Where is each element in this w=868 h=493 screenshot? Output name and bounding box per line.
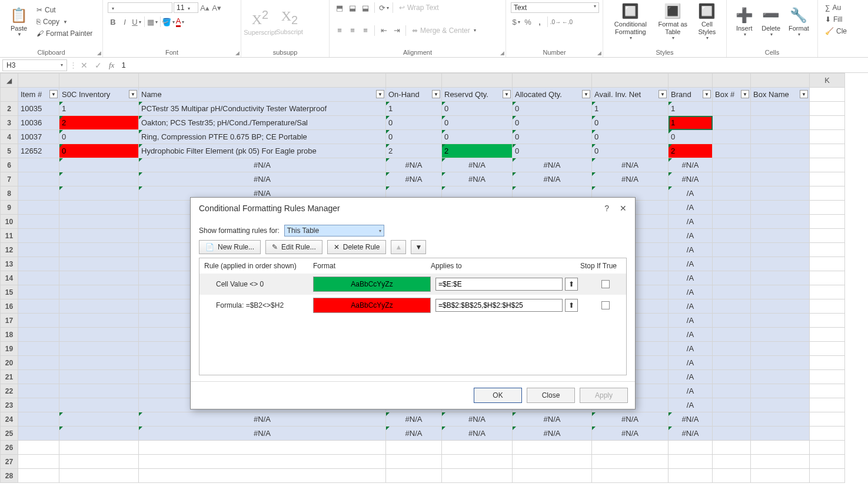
cell[interactable]: [18, 243, 59, 257]
cell[interactable]: 2: [59, 116, 139, 130]
accept-formula-icon[interactable]: ✓: [91, 61, 105, 70]
cell[interactable]: 0: [59, 130, 139, 144]
cell[interactable]: [751, 398, 810, 412]
row-header[interactable]: [1, 88, 18, 102]
cell[interactable]: 10036: [18, 116, 59, 130]
cell[interactable]: #N/A: [386, 158, 442, 172]
cell[interactable]: /A: [669, 314, 713, 328]
cell[interactable]: #N/A: [592, 427, 669, 441]
cell[interactable]: #N/A: [669, 172, 713, 186]
cell[interactable]: 0: [513, 130, 592, 144]
format-button[interactable]: 🔧Format▾: [785, 2, 813, 41]
table-column-header[interactable]: Avail. Inv. Net▼: [592, 88, 669, 102]
italic-button[interactable]: I: [119, 16, 130, 27]
cell[interactable]: [18, 229, 59, 243]
cell[interactable]: [59, 172, 139, 186]
cell[interactable]: [713, 243, 751, 257]
range-picker-icon[interactable]: ⬆: [565, 278, 578, 291]
cell[interactable]: [18, 172, 59, 186]
new-rule-button[interactable]: 📄New Rule...: [199, 240, 261, 254]
cell[interactable]: [751, 342, 810, 356]
cell[interactable]: /A: [669, 384, 713, 398]
cell[interactable]: #N/A: [513, 412, 592, 427]
cell[interactable]: /A: [669, 186, 713, 201]
cell[interactable]: [18, 158, 59, 172]
row-header[interactable]: 18: [1, 328, 18, 342]
cell[interactable]: [751, 186, 810, 201]
cell[interactable]: /A: [669, 285, 713, 299]
edit-rule-button[interactable]: ✎Edit Rule...: [265, 240, 322, 254]
cell[interactable]: [713, 102, 751, 116]
cell[interactable]: [442, 455, 513, 469]
col-header[interactable]: [513, 74, 592, 88]
filter-dropdown-icon[interactable]: ▼: [659, 90, 667, 98]
cell[interactable]: 0: [513, 116, 592, 130]
decrease-decimal-icon[interactable]: ←.0: [562, 16, 573, 27]
cell[interactable]: [713, 201, 751, 215]
cell[interactable]: Hydrophobic Filter Element (pk 05) For E…: [139, 144, 386, 158]
row-header[interactable]: 20: [1, 356, 18, 370]
move-up-button[interactable]: ▲: [391, 240, 406, 254]
dialog-launcher-icon[interactable]: ◢: [597, 50, 601, 56]
wrap-text-button[interactable]: ↩Wrap Text: [397, 2, 441, 13]
insert-button[interactable]: ➕Insert▾: [731, 2, 757, 41]
cell[interactable]: [810, 215, 845, 229]
cell[interactable]: [751, 370, 810, 384]
cell[interactable]: [810, 144, 845, 158]
cell[interactable]: [713, 116, 751, 130]
cell[interactable]: [810, 427, 845, 441]
help-icon[interactable]: ?: [604, 204, 609, 213]
cell[interactable]: [713, 356, 751, 370]
cell[interactable]: #N/A: [442, 427, 513, 441]
cell[interactable]: [810, 172, 845, 186]
cell[interactable]: 10035: [18, 102, 59, 116]
apply-button[interactable]: Apply: [580, 388, 628, 403]
orientation-icon[interactable]: ⟳▾: [378, 2, 389, 13]
dialog-titlebar[interactable]: Conditional Formatting Rules Manager ? ✕: [191, 198, 635, 219]
cell[interactable]: [59, 342, 139, 356]
cell[interactable]: [669, 441, 713, 455]
autosum-button[interactable]: ∑Au: [823, 2, 854, 13]
cell[interactable]: 12652: [18, 144, 59, 158]
col-header[interactable]: [713, 74, 751, 88]
cell[interactable]: [810, 370, 845, 384]
superscript-button[interactable]: X2 Superscript: [246, 2, 274, 41]
cell[interactable]: /A: [669, 370, 713, 384]
select-all-corner[interactable]: ◢: [1, 74, 18, 88]
cell[interactable]: [386, 441, 442, 455]
cell[interactable]: [59, 356, 139, 370]
align-middle-icon[interactable]: ⬓: [347, 2, 358, 13]
cell[interactable]: [810, 412, 845, 427]
range-picker-icon[interactable]: ⬆: [565, 299, 578, 312]
increase-font-icon[interactable]: A▴: [199, 2, 210, 13]
cell[interactable]: 0: [442, 102, 513, 116]
cell[interactable]: [59, 285, 139, 299]
row-header[interactable]: 21: [1, 370, 18, 384]
cell[interactable]: [139, 469, 386, 483]
cell[interactable]: 0: [592, 130, 669, 144]
cell[interactable]: [18, 257, 59, 271]
font-color-button[interactable]: A▾: [175, 16, 185, 27]
cell[interactable]: [751, 441, 810, 455]
cell[interactable]: [513, 455, 592, 469]
stop-if-true-checkbox[interactable]: [601, 280, 610, 288]
row-header[interactable]: 14: [1, 271, 18, 285]
col-header[interactable]: [139, 74, 386, 88]
cell[interactable]: [18, 398, 59, 412]
cell[interactable]: [59, 257, 139, 271]
cell[interactable]: [810, 398, 845, 412]
cell[interactable]: [139, 455, 386, 469]
row-header[interactable]: 9: [1, 201, 18, 215]
font-name-combo[interactable]: ▾: [108, 2, 172, 13]
cell[interactable]: [810, 186, 845, 201]
close-button[interactable]: Close: [527, 388, 575, 403]
row-header[interactable]: 2: [1, 102, 18, 116]
cell[interactable]: Oakton; PCS Testr35; pH/Cond./Temperatur…: [139, 116, 386, 130]
filter-dropdown-icon[interactable]: ▼: [129, 90, 137, 98]
col-header[interactable]: [386, 74, 442, 88]
cell[interactable]: [751, 427, 810, 441]
cell[interactable]: [592, 455, 669, 469]
fx-icon[interactable]: fx: [105, 61, 118, 70]
cell[interactable]: /A: [669, 271, 713, 285]
copy-button[interactable]: ⎘Copy▼: [34, 16, 95, 27]
